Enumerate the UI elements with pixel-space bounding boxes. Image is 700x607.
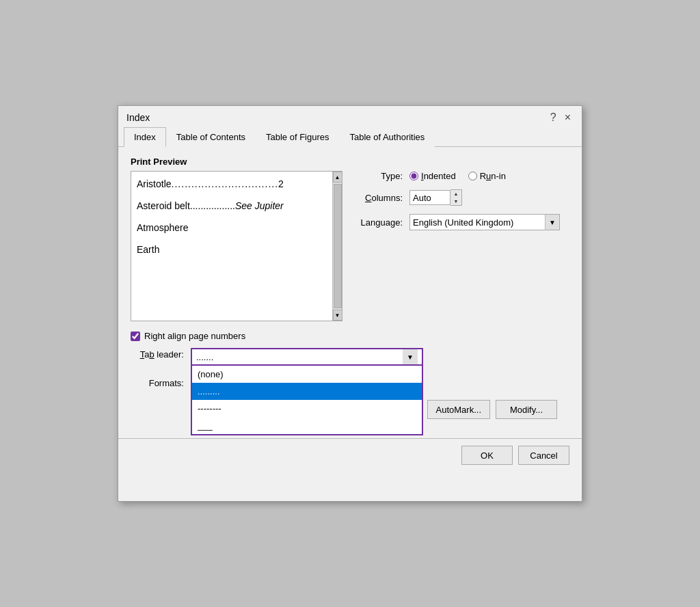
tab-toc[interactable]: Table of Contents: [166, 127, 256, 147]
preview-entry-asteroid: Asteroid belt.................See Jupite…: [137, 200, 336, 211]
dropdown-chevron-button[interactable]: ▼: [403, 349, 418, 364]
close-button[interactable]: ×: [562, 111, 574, 124]
preview-entry-atmosphere: Atmosphere: [137, 222, 336, 233]
tab-index[interactable]: Index: [124, 127, 166, 147]
columns-spinner: ▲ ▼: [409, 189, 462, 206]
dropdown-item-dots[interactable]: .........: [192, 383, 422, 400]
type-label: Type:: [355, 171, 403, 181]
spinner-up[interactable]: ▲: [450, 190, 461, 198]
columns-input[interactable]: [409, 190, 450, 205]
preview-label: Print Preview: [131, 157, 569, 167]
type-radio-group: Indented Run-in: [409, 171, 506, 181]
preview-content: Aristotle...............................…: [131, 172, 342, 321]
tab-tof[interactable]: Table of Figures: [256, 127, 340, 147]
dropdown-item-dashes[interactable]: --------: [192, 400, 422, 417]
dropdown-item-none[interactable]: (none): [192, 366, 422, 383]
right-align-row: Right align page numbers: [131, 331, 569, 341]
right-align-label: Right align page numbers: [144, 331, 245, 341]
radio-runin[interactable]: Run-in: [468, 171, 506, 181]
cancel-button[interactable]: Cancel: [518, 446, 569, 465]
tab-leader-label: Tab leader:: [131, 348, 184, 360]
ok-cancel-row: OK Cancel: [118, 438, 582, 474]
radio-indented[interactable]: Indented: [409, 171, 456, 181]
radio-indented-label: Indented: [421, 171, 456, 181]
dropdown-list: (none) ......... -------- ___: [191, 366, 423, 435]
radio-runin-label: Run-in: [480, 171, 506, 181]
right-align-checkbox[interactable]: [131, 332, 140, 341]
preview-box: Aristotle...............................…: [131, 171, 342, 321]
spinner-down[interactable]: ▼: [450, 198, 461, 205]
preview-row: Aristotle...............................…: [131, 171, 569, 321]
spinner-buttons: ▲ ▼: [450, 189, 462, 206]
tab-leader-row: Tab leader: ....... ▼ (none) ......... -…: [131, 348, 569, 366]
language-row: Language: English (United Kingdom) Engli…: [355, 214, 569, 230]
scroll-down[interactable]: ▼: [333, 310, 342, 321]
options-panel: Type: Indented Run-in Columns:: [355, 171, 569, 321]
preview-scrollbar: ▲ ▼: [332, 172, 342, 321]
radio-indented-input[interactable]: [409, 172, 418, 180]
ok-button[interactable]: OK: [461, 446, 513, 465]
radio-runin-input[interactable]: [468, 172, 477, 180]
columns-row: Columns: ▲ ▼: [355, 189, 569, 206]
tabs-bar: Index Table of Contents Table of Figures…: [118, 126, 582, 147]
help-button[interactable]: ?: [548, 111, 559, 124]
index-dialog: Index ? × Index Table of Contents Table …: [118, 105, 582, 502]
dialog-body: Print Preview Aristotle.................…: [118, 147, 582, 438]
preview-entry-earth: Earth: [137, 244, 336, 255]
dropdown-selected-value: .......: [196, 352, 213, 362]
language-select[interactable]: English (United Kingdom) English (United…: [409, 214, 560, 230]
type-row: Type: Indented Run-in: [355, 171, 569, 181]
scroll-up[interactable]: ▲: [333, 172, 342, 183]
dropdown-selected[interactable]: ....... ▼: [191, 348, 423, 366]
tab-leader-dropdown[interactable]: ....... ▼ (none) ......... -------- ___: [191, 348, 423, 366]
dropdown-item-underline[interactable]: ___: [192, 417, 422, 434]
title-bar: Index ? ×: [118, 106, 582, 124]
tab-toa[interactable]: Table of Authorities: [340, 127, 435, 147]
formats-label: Formats:: [131, 378, 184, 388]
dialog-title: Index: [126, 112, 150, 123]
columns-label: Columns:: [355, 193, 403, 203]
automark-button[interactable]: AutoMark...: [427, 400, 490, 419]
preview-entry-aristotle: Aristotle...............................…: [137, 178, 336, 189]
title-bar-controls: ? ×: [548, 111, 574, 124]
language-label: Language:: [355, 217, 403, 228]
scroll-thumb[interactable]: [334, 184, 342, 308]
language-select-wrapper: English (United Kingdom) English (United…: [409, 214, 560, 230]
modify-button[interactable]: Modify...: [496, 400, 557, 419]
